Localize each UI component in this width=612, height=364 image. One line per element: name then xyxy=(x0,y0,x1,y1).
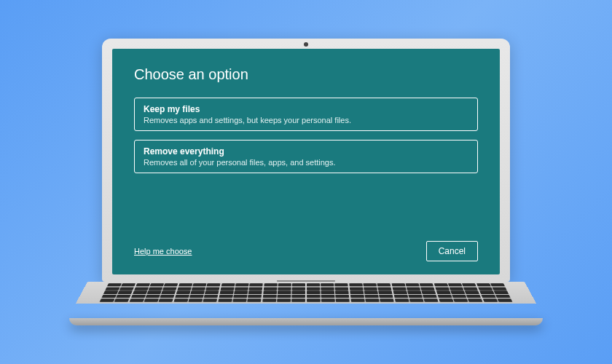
option-title: Keep my files xyxy=(144,104,468,114)
laptop-frame: Choose an option Keep my files Removes a… xyxy=(102,39,510,325)
option-title: Remove everything xyxy=(144,146,468,157)
reset-dialog-screen: Choose an option Keep my files Removes a… xyxy=(112,49,500,274)
option-description: Removes apps and settings, but keeps you… xyxy=(144,116,468,124)
option-remove-everything[interactable]: Remove everything Removes all of your pe… xyxy=(134,140,478,173)
option-keep-my-files[interactable]: Keep my files Removes apps and settings,… xyxy=(134,98,478,131)
dialog-title: Choose an option xyxy=(134,66,478,83)
dialog-footer: Help me choose Cancel xyxy=(134,241,478,261)
screen-bezel: Choose an option Keep my files Removes a… xyxy=(102,39,510,282)
laptop-base xyxy=(69,318,543,325)
webcam-icon xyxy=(304,42,308,47)
option-description: Removes all of your personal files, apps… xyxy=(144,158,468,167)
keyboard xyxy=(76,282,536,304)
help-link[interactable]: Help me choose xyxy=(134,247,192,256)
cancel-button[interactable]: Cancel xyxy=(426,241,478,261)
